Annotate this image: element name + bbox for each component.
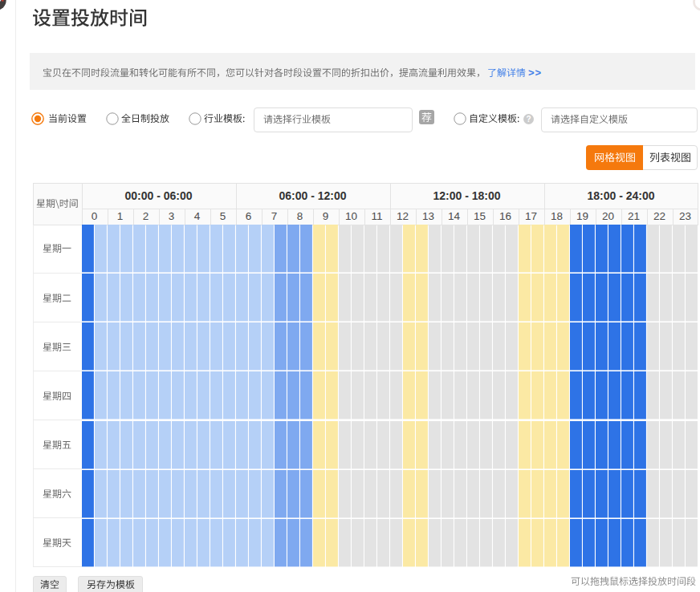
svg-text:?: ? (526, 114, 531, 123)
